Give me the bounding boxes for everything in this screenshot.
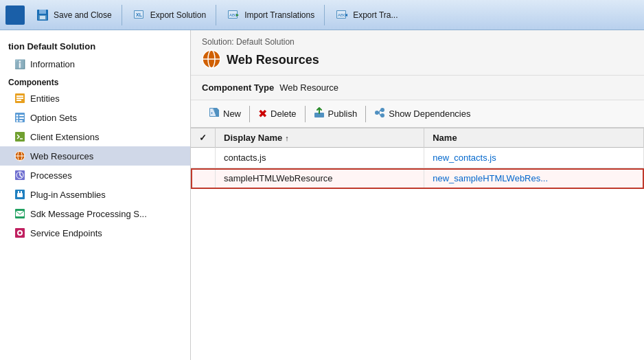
- option-sets-icon: [14, 111, 26, 124]
- action-separator-3: [365, 106, 366, 122]
- save-close-label: Save and Close: [54, 10, 112, 20]
- row1-name-link[interactable]: new_contacts.js: [433, 153, 496, 163]
- svg-rect-1: [39, 10, 46, 14]
- svg-text:+: +: [211, 111, 213, 115]
- import-translations-label: Import Translations: [244, 10, 314, 20]
- svg-rect-3: [40, 16, 45, 19]
- row1-display-name: contacts.js: [216, 148, 424, 168]
- col-display-name-label: Display Name: [224, 133, 282, 143]
- svg-point-48: [375, 111, 379, 115]
- delete-label: Delete: [271, 109, 297, 119]
- sidebar-item-service-endpoints[interactable]: Service Endpoints: [0, 223, 190, 243]
- col-name[interactable]: Name: [424, 128, 644, 148]
- save-close-button[interactable]: Save and Close: [29, 4, 118, 26]
- sidebar-item-sdk-message[interactable]: Sdk Message Processing S...: [0, 204, 190, 223]
- svg-rect-21: [19, 117, 24, 119]
- show-dependencies-button[interactable]: Show Dependencies: [367, 104, 477, 123]
- sidebar: tion Default Solution ℹ️ Information Com…: [0, 30, 191, 360]
- row2-display-name: sampleHTMLWebResource: [216, 168, 424, 189]
- web-resources-icon: [14, 150, 26, 162]
- sidebar-item-service-endpoints-label: Service Endpoints: [30, 228, 102, 238]
- export-solution-button[interactable]: XL Export Solution: [126, 4, 212, 26]
- checkmark-header: ✓: [199, 133, 207, 143]
- data-table: ✓ Display Name ↑ Name cont: [191, 128, 644, 189]
- export-translations-label: Export Tra...: [353, 10, 398, 20]
- show-dependencies-icon: [374, 107, 385, 120]
- sort-asc-icon: ↑: [285, 134, 289, 142]
- svg-point-20: [16, 117, 19, 120]
- svg-rect-33: [18, 191, 19, 194]
- sidebar-item-client-extensions[interactable]: Client Extensions: [0, 127, 190, 146]
- separator-3: [324, 5, 325, 25]
- separator-1: [122, 5, 122, 25]
- svg-line-51: [379, 110, 380, 113]
- publish-label: Publish: [328, 109, 358, 119]
- processes-icon: [14, 169, 26, 181]
- action-toolbar: + New ✖ Delete Publish S: [191, 100, 644, 128]
- plug-in-assemblies-icon: [14, 188, 26, 201]
- svg-rect-15: [16, 98, 23, 99]
- sidebar-components-header: Components: [0, 74, 190, 89]
- entities-icon: [14, 92, 26, 104]
- information-icon: ℹ️: [14, 58, 26, 70]
- client-extensions-icon: [14, 131, 26, 143]
- sidebar-item-entities[interactable]: Entities: [0, 89, 190, 108]
- export-solution-icon: XL: [132, 8, 147, 23]
- action-separator-1: [249, 106, 250, 122]
- main-container: tion Default Solution ℹ️ Information Com…: [0, 30, 644, 360]
- sidebar-item-plug-in-assemblies-label: Plug-in Assemblies: [30, 190, 106, 200]
- component-type-value: Web Resource: [279, 82, 338, 93]
- page-title: Web Resources: [227, 53, 319, 67]
- action-separator-2: [305, 106, 306, 122]
- sidebar-item-entities-label: Entities: [30, 93, 60, 104]
- row2-name-link[interactable]: new_sampleHTMLWebRes...: [433, 173, 548, 183]
- publish-button[interactable]: Publish: [307, 104, 365, 123]
- svg-point-50: [380, 113, 384, 117]
- page-header: Solution: Default Solution Web Resources: [191, 30, 644, 76]
- row1-check: [191, 148, 216, 168]
- table-row[interactable]: contacts.js new_contacts.js: [191, 148, 644, 168]
- svg-rect-23: [19, 120, 23, 122]
- sidebar-solution-label: tion Default Solution: [0, 36, 190, 54]
- sidebar-item-plug-in-assemblies[interactable]: Plug-in Assemblies: [0, 185, 190, 204]
- delete-button[interactable]: ✖ Delete: [251, 104, 303, 123]
- svg-rect-16: [16, 100, 21, 101]
- svg-rect-14: [16, 95, 23, 97]
- col-display-name[interactable]: Display Name ↑: [216, 128, 424, 148]
- row2-check: [191, 168, 216, 189]
- sidebar-item-client-extensions-label: Client Extensions: [30, 132, 99, 142]
- sidebar-item-option-sets-label: Option Sets: [30, 113, 77, 123]
- table-row-selected[interactable]: sampleHTMLWebResource new_sampleHTMLWebR…: [191, 168, 644, 189]
- new-icon: +: [209, 107, 220, 120]
- sidebar-item-processes-label: Processes: [30, 170, 72, 181]
- sidebar-item-web-resources-label: Web Resources: [30, 151, 93, 161]
- import-translations-button[interactable]: ABC Import Translations: [220, 4, 321, 26]
- svg-point-49: [380, 108, 384, 112]
- svg-rect-19: [19, 115, 24, 116]
- component-type-label: Component Type: [202, 82, 274, 93]
- separator-2: [216, 5, 216, 25]
- svg-text:XL: XL: [136, 12, 143, 17]
- sidebar-item-information[interactable]: ℹ️ Information: [0, 54, 190, 74]
- page-title-icon: [202, 49, 221, 71]
- svg-point-22: [16, 120, 19, 122]
- svg-point-18: [16, 115, 19, 117]
- new-button[interactable]: + New: [202, 104, 248, 123]
- sidebar-item-web-resources[interactable]: Web Resources: [0, 146, 190, 166]
- service-endpoints-icon: [14, 227, 26, 239]
- save-icon: [35, 8, 50, 23]
- sdk-message-icon: [14, 207, 26, 220]
- export-translations-button[interactable]: ABC Export Tra...: [328, 4, 404, 26]
- svg-point-39: [19, 232, 21, 234]
- main-toolbar: Save and Close XL Export Solution ABC Im…: [0, 0, 644, 30]
- sidebar-item-option-sets[interactable]: Option Sets: [0, 108, 190, 127]
- row1-name: new_contacts.js: [424, 148, 644, 168]
- table-header-row: ✓ Display Name ↑ Name: [191, 128, 644, 148]
- export-translations-icon: ABC: [334, 8, 349, 23]
- breadcrumb: Solution: Default Solution: [202, 37, 633, 47]
- publish-icon: [314, 107, 325, 120]
- component-type-bar: Component Type Web Resource: [191, 76, 644, 100]
- export-solution-label: Export Solution: [150, 10, 206, 20]
- sidebar-item-processes[interactable]: Processes: [0, 166, 190, 185]
- sidebar-item-sdk-message-label: Sdk Message Processing S...: [30, 209, 147, 219]
